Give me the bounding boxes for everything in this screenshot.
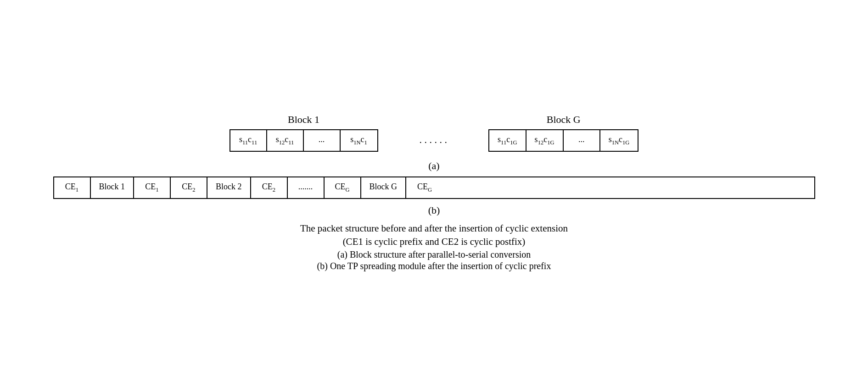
caption-b: (b) One TP spreading module after the in… xyxy=(53,261,815,271)
pb-ce2-post: CE2 xyxy=(251,177,288,198)
part-b-label: (b) xyxy=(53,204,815,216)
pb-ceG-post: CEG xyxy=(406,177,443,198)
blockG-label: Block G xyxy=(547,114,581,126)
part-a-row: Block 1 s11c11 s12c11 ... s1Nc1 . . . . … xyxy=(53,114,815,152)
blockG-cell-n: s1Nc1G xyxy=(600,130,638,151)
between-dots: . . . . . . xyxy=(406,134,461,146)
block1-label: Block 1 xyxy=(288,114,319,126)
block1-cell-1: s11c11 xyxy=(230,130,267,151)
pb-ce1-pre: CE1 xyxy=(54,177,91,198)
pb-dots: ....... xyxy=(288,177,325,198)
blockG-cell-1: s11c1G xyxy=(489,130,526,151)
block1-cell-dots: ... xyxy=(304,130,341,151)
part-a-label: (a) xyxy=(53,160,815,172)
blockG-cell-dots: ... xyxy=(564,130,600,151)
blockG-group: Block G s11c1G s12c1G ... s1Nc1G xyxy=(488,114,638,152)
block1-cell-2: s12c11 xyxy=(267,130,304,151)
caption-title: The packet structure before and after th… xyxy=(53,223,815,234)
pb-ce1-post: CE1 xyxy=(134,177,171,198)
blockG-table: s11c1G s12c1G ... s1Nc1G xyxy=(488,129,638,152)
block1-table: s11c11 s12c11 ... s1Nc1 xyxy=(230,129,378,152)
caption-area: The packet structure before and after th… xyxy=(53,223,815,271)
pb-block1: Block 1 xyxy=(91,177,134,198)
pb-blockG: Block G xyxy=(361,177,407,198)
block1-group: Block 1 s11c11 s12c11 ... s1Nc1 xyxy=(230,114,378,152)
caption-sub: (CE1 is cyclic prefix and CE2 is cyclic … xyxy=(53,236,815,248)
main-container: Block 1 s11c11 s12c11 ... s1Nc1 . . . . … xyxy=(44,95,824,290)
pb-block2: Block 2 xyxy=(207,177,251,198)
caption-a: (a) Block structure after parallel-to-se… xyxy=(53,249,815,260)
pb-ceG-pre: CEG xyxy=(325,177,361,198)
blockG-cell-2: s12c1G xyxy=(526,130,564,151)
pb-ce2-pre: CE2 xyxy=(171,177,207,198)
part-b-table: CE1 Block 1 CE1 CE2 Block 2 CE2 ....... … xyxy=(53,176,815,199)
block1-cell-n: s1Nc1 xyxy=(341,130,377,151)
